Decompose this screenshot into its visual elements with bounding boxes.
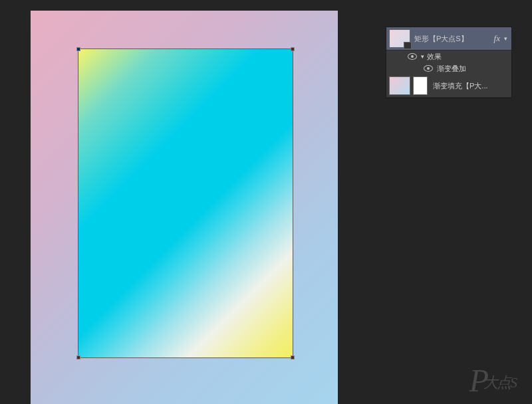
effect-name: 渐变叠加 [437, 64, 466, 74]
chevron-down-icon[interactable]: ▾ [503, 35, 511, 42]
layer-fx-icon[interactable]: fx [491, 33, 503, 44]
selected-shape-rect[interactable] [78, 49, 293, 357]
layer-effect-gradient-overlay[interactable]: 渐变叠加 [386, 62, 511, 74]
layer-name: 矩形【P大点S】 [412, 34, 491, 44]
chevron-down-icon[interactable]: ▾ [421, 53, 424, 60]
visibility-eye-icon[interactable] [424, 65, 433, 72]
effects-label: 效果 [427, 52, 442, 62]
transform-handle-top-right[interactable] [291, 47, 295, 51]
layer-mask-thumbnail[interactable] [413, 76, 428, 95]
layer-item-gradient-fill[interactable]: 渐变填充【P大... [386, 74, 511, 98]
transform-handle-top-left[interactable] [76, 47, 80, 51]
layer-name: 渐变填充【P大... [430, 81, 511, 91]
layer-effects-header[interactable]: ▾ 效果 [386, 50, 511, 62]
layer-thumbnail-icon[interactable] [389, 29, 410, 48]
layer-item-shape[interactable]: 矩形【P大点S】 fx ▾ [386, 27, 511, 50]
transform-handle-bottom-right[interactable] [291, 355, 295, 359]
layer-thumbnail-icon[interactable] [389, 76, 410, 95]
layers-panel: 矩形【P大点S】 fx ▾ ▾ 效果 渐变叠加 渐变填充【P大... [386, 27, 512, 98]
visibility-eye-icon[interactable] [408, 53, 417, 60]
watermark-logo: P大点S [469, 362, 516, 399]
canvas-artboard[interactable] [31, 11, 338, 404]
transform-handle-bottom-left[interactable] [76, 355, 80, 359]
watermark-suffix: 大点S [483, 374, 516, 391]
